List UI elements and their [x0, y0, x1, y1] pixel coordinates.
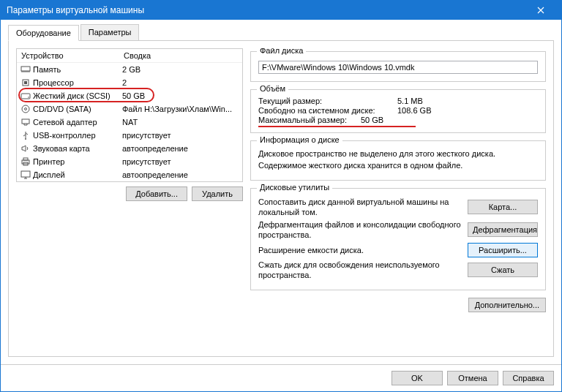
device-summary: 50 GB	[122, 91, 239, 100]
hdd-icon-cell	[20, 91, 31, 101]
network-icon	[20, 118, 31, 127]
cpu-icon-cell	[20, 78, 31, 88]
display-icon-cell	[20, 170, 31, 180]
device-row-display[interactable]: Дисплейавтоопределение	[17, 168, 242, 181]
device-summary: NAT	[122, 118, 239, 127]
cd-icon-cell	[20, 104, 31, 114]
disk-file-input[interactable]	[258, 61, 538, 74]
expand-text: Расширение емкости диска.	[258, 245, 462, 255]
cancel-button[interactable]: Отмена	[447, 371, 498, 385]
usb-icon	[20, 131, 31, 140]
device-summary: Файл H:\Загрузки\Хлам\Win...	[122, 105, 239, 113]
device-row-hdd[interactable]: Жесткий диск (SCSI)50 GB	[17, 89, 242, 102]
add-button[interactable]: Добавить...	[126, 186, 187, 201]
close-button[interactable]	[526, 1, 555, 20]
volume-title: Объём	[257, 84, 288, 93]
window-title: Параметры виртуальной машины	[7, 5, 144, 15]
svg-rect-7	[22, 119, 29, 124]
volume-group: Объём Текущий размер: 5.1 MB Свободно на…	[250, 89, 546, 133]
free-space-label: Свободно на системном диске:	[258, 106, 397, 115]
svg-rect-3	[21, 94, 30, 99]
sound-icon	[20, 144, 31, 153]
cpu-icon	[20, 78, 31, 87]
sound-icon-cell	[20, 143, 31, 154]
current-size-value: 5.1 MB	[397, 97, 423, 105]
remove-button[interactable]: Удалить	[192, 186, 243, 201]
titlebar: Параметры виртуальной машины	[1, 1, 561, 20]
disk-info-line2: Содержимое жесткого диска хранится в одн…	[258, 160, 538, 170]
tab-body: Устройство Сводка Память2 GBПроцессор2Же…	[8, 41, 554, 357]
device-summary: автоопределение	[122, 170, 239, 179]
display-icon	[20, 170, 31, 179]
device-summary: автоопределение	[122, 144, 239, 153]
svg-rect-0	[21, 67, 30, 71]
device-name: CD/DVD (SATA)	[33, 105, 122, 113]
device-name: USB-контроллер	[33, 131, 122, 140]
device-name: Жесткий диск (SCSI)	[33, 91, 122, 100]
defrag-text: Дефрагментация файлов и консолидации сво…	[258, 219, 462, 241]
svg-point-8	[25, 138, 26, 140]
dialog-footer: OK Отмена Справка	[1, 364, 561, 391]
tab-options[interactable]: Параметры	[80, 24, 140, 40]
svg-rect-12	[21, 171, 30, 177]
disk-info-group: Информация о диске Дисковое пространство…	[250, 140, 546, 181]
device-summary: 2	[122, 78, 239, 87]
disk-file-group: Файл диска	[250, 51, 546, 82]
header-summary: Сводка	[124, 51, 151, 60]
header-device: Устройство	[21, 51, 124, 60]
device-row-net[interactable]: Сетевой адаптерNAT	[17, 116, 242, 129]
compact-button[interactable]: Сжать	[468, 263, 538, 277]
device-row-usb[interactable]: USB-контроллерприсутствует	[17, 129, 242, 142]
close-icon	[537, 7, 544, 14]
free-space-value: 108.6 GB	[397, 106, 431, 115]
disk-info-line1: Дисковое пространство не выделено для эт…	[258, 148, 538, 159]
device-name: Звуковая карта	[33, 144, 122, 153]
max-size-value: 50 GB	[361, 116, 383, 124]
map-button[interactable]: Карта...	[468, 200, 538, 214]
device-name: Принтер	[33, 157, 122, 166]
device-row-sound[interactable]: Звуковая картаавтоопределение	[17, 142, 242, 155]
advanced-button[interactable]: Дополнительно...	[468, 298, 546, 312]
device-row-cpu[interactable]: Процессор2	[17, 76, 242, 89]
tab-strip: Оборудование Параметры	[8, 24, 554, 41]
device-list-panel: Устройство Сводка Память2 GBПроцессор2Же…	[16, 48, 243, 182]
svg-point-6	[25, 108, 27, 110]
vm-settings-window: Параметры виртуальной машины Оборудовани…	[0, 0, 562, 392]
device-name: Сетевой адаптер	[33, 118, 122, 127]
tab-hardware[interactable]: Оборудование	[8, 25, 79, 41]
highlight-underline	[258, 126, 416, 127]
usb-icon-cell	[20, 130, 31, 140]
right-panel: Файл диска Объём Текущий размер: 5.1 MB …	[250, 48, 546, 349]
device-row-cd[interactable]: CD/DVD (SATA)Файл H:\Загрузки\Хлам\Win..…	[17, 102, 242, 116]
printer-icon	[20, 157, 31, 166]
memory-icon	[20, 65, 31, 74]
svg-rect-2	[24, 81, 27, 84]
device-header: Устройство Сводка	[17, 49, 242, 63]
expand-button[interactable]: Расширить...	[468, 243, 538, 257]
cd-icon	[20, 105, 31, 113]
device-row-printer[interactable]: Принтерприсутствует	[17, 155, 242, 168]
hdd-icon	[20, 91, 31, 100]
disk-file-title: Файл диска	[257, 48, 306, 55]
memory-icon-cell	[20, 64, 31, 75]
svg-rect-10	[23, 158, 28, 160]
device-summary: 2 GB	[122, 65, 239, 74]
help-button[interactable]: Справка	[503, 371, 554, 385]
device-name: Процессор	[33, 78, 122, 87]
current-size-label: Текущий размер:	[258, 97, 397, 105]
compact-text: Сжать диск для освобождения неиспользуем…	[258, 260, 462, 281]
defrag-button[interactable]: Дефрагментация	[468, 222, 538, 237]
device-summary: присутствует	[122, 131, 239, 140]
disk-info-title: Информация о диске	[257, 135, 342, 144]
device-row-memory[interactable]: Память2 GB	[17, 63, 242, 76]
printer-icon-cell	[20, 157, 31, 167]
device-name: Память	[33, 65, 122, 74]
device-list[interactable]: Память2 GBПроцессор2Жесткий диск (SCSI)5…	[17, 63, 242, 181]
content-area: Оборудование Параметры Устройство Сводка…	[1, 20, 561, 364]
device-name: Дисплей	[33, 170, 122, 179]
net-icon-cell	[20, 117, 31, 127]
left-buttons: Добавить... Удалить	[16, 182, 243, 201]
disk-utilities-group: Дисковые утилиты Сопоставить диск данной…	[250, 188, 546, 291]
ok-button[interactable]: OK	[391, 371, 443, 385]
utilities-title: Дисковые утилиты	[257, 183, 332, 192]
